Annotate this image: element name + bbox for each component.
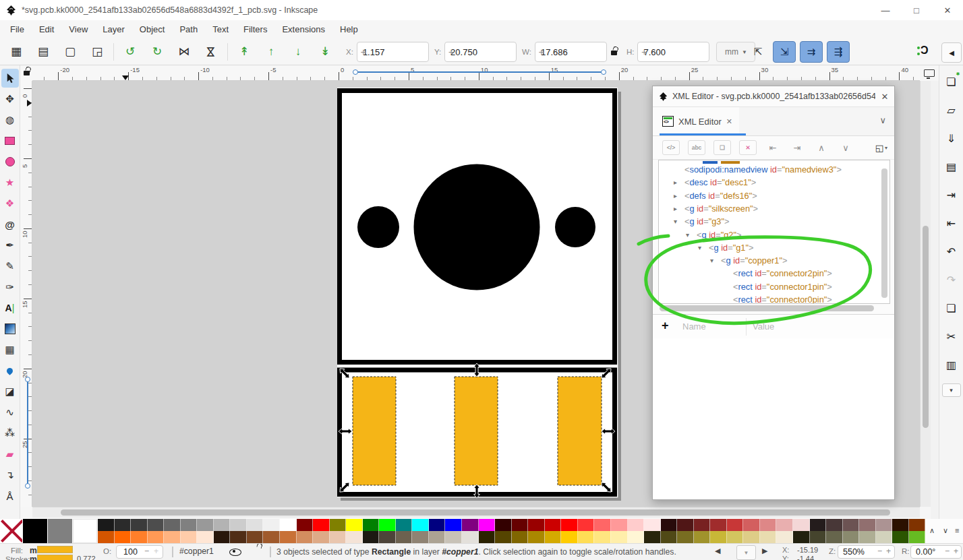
color-swatch[interactable] [412,531,429,543]
color-swatch[interactable] [578,519,595,531]
star-tool[interactable]: ★ [1,173,19,192]
color-swatch[interactable] [247,531,264,543]
y-field[interactable]: 20.750−+ [444,42,517,62]
undo-button[interactable]: ↶ [942,242,961,261]
xml-node-connector2pin[interactable]: <rect id="connector2pin"> [659,267,889,280]
color-swatch[interactable] [528,519,545,531]
ellipse-tool[interactable] [1,152,19,171]
color-swatch[interactable] [892,531,909,543]
palette-scroll-up-icon[interactable]: ∧ [929,526,935,535]
menu-view[interactable]: View [61,20,95,38]
color-swatch[interactable] [727,531,744,543]
color-swatch[interactable] [727,519,744,531]
collapse-arrow-icon[interactable]: ▾ [710,254,713,267]
color-swatch[interactable] [628,519,645,531]
open-document-button[interactable]: ▱ [942,100,961,119]
color-swatch[interactable] [280,531,297,543]
expand-arrow-icon[interactable]: ▸ [674,176,677,189]
vscrollbar-thumb[interactable] [923,226,929,428]
expand-arrow-icon[interactable]: ▸ [674,189,677,202]
flip-vertical-button[interactable]: ⋈ [201,42,221,62]
hscrollbar-thumb[interactable] [61,509,890,516]
delete-node-button[interactable]: ✕ [739,140,757,155]
export-button[interactable]: ⇤ [942,214,961,232]
selection-box-button[interactable]: ◲ [87,42,107,62]
color-swatch[interactable] [462,531,479,543]
color-swatch[interactable] [611,519,628,531]
color-swatch[interactable] [710,519,727,531]
color-swatch[interactable] [445,531,462,543]
color-swatch[interactable] [197,519,214,531]
lock-ratio-icon[interactable] [611,46,617,58]
color-swatch[interactable] [578,531,595,543]
panel-arrow-button[interactable]: ▾ [942,383,961,397]
pen-tool[interactable]: ✒ [1,236,19,255]
tab-xml-editor[interactable]: XML Editor ✕ [653,107,739,135]
add-attribute-button[interactable]: + [662,319,669,333]
color-swatch[interactable] [98,531,115,543]
connector-tool[interactable]: ↴ [1,466,19,485]
color-swatch[interactable] [677,531,694,543]
menu-help[interactable]: Help [332,20,366,38]
lower-button[interactable]: ↓ [288,42,308,62]
color-swatch[interactable] [115,519,132,531]
new-element-node-button[interactable]: </> [662,140,680,155]
xml-node-g2[interactable]: ▾<g id="g2"> [659,228,889,241]
color-swatch[interactable] [611,531,628,543]
plus-icon[interactable]: + [535,46,548,57]
display-mode-corner[interactable] [920,65,939,81]
xml-tree-hscrollbar[interactable] [658,305,890,313]
w-field[interactable]: 17.686−+ [535,42,607,62]
close-icon[interactable]: ✕ [875,92,894,102]
prev-status-icon[interactable]: ◀ [715,547,720,555]
rectangle-tool[interactable] [1,131,19,150]
color-swatch[interactable] [181,519,198,531]
spray-tool[interactable]: ⁂ [1,424,19,443]
collapse-arrow-icon[interactable]: ▾ [698,241,701,254]
lower-to-bottom-button[interactable]: ↡ [315,42,335,62]
collapse-arrow-icon[interactable]: ▾ [686,228,689,241]
x-field[interactable]: 1.157−+ [357,42,429,62]
xml-hscrollbar-thumb[interactable] [660,305,874,311]
text-tool[interactable]: A| [1,299,19,317]
color-swatch[interactable] [363,519,380,531]
color-swatch[interactable] [247,519,264,531]
color-swatch[interactable] [131,519,148,531]
color-swatch[interactable] [561,519,578,531]
import-button[interactable]: ⇥ [942,185,961,204]
rotation-spinner[interactable]: 0.00° − + [910,545,962,559]
drill-hole-center[interactable] [414,164,540,290]
raise-to-top-button[interactable]: ↟ [234,42,254,62]
spiral-tool[interactable]: @ [1,215,19,234]
color-swatch[interactable] [297,531,314,543]
large-color-swatch[interactable] [73,519,97,543]
large-color-swatch[interactable] [23,519,47,543]
color-swatch[interactable] [909,531,926,543]
color-swatch[interactable] [594,531,611,543]
layer-visibility-eye-icon[interactable] [229,549,241,556]
color-swatch[interactable] [164,531,181,543]
scale-stroke-toggle[interactable]: ⇱ [747,42,769,62]
color-swatch[interactable] [694,531,711,543]
color-swatch[interactable] [313,519,330,531]
color-swatch[interactable] [760,519,777,531]
color-swatch[interactable] [429,531,446,543]
color-swatch[interactable] [826,531,843,543]
opacity-spinner[interactable]: 100 − + [116,545,163,559]
color-swatch[interactable] [545,531,562,543]
color-swatch[interactable] [594,519,611,531]
rotation-plus-icon[interactable]: + [954,547,958,556]
indent-node-button[interactable]: ⇥ [789,141,805,154]
color-swatch[interactable] [876,531,893,543]
xml-node-connector1pin[interactable]: <rect id="connector1pin"> [659,280,889,293]
unindent-node-button[interactable]: ⇤ [765,141,781,154]
color-swatch[interactable] [810,519,827,531]
color-swatch[interactable] [843,531,860,543]
duplicate-button[interactable]: ❏ [942,299,961,317]
shape-builder-tool[interactable]: ◍ [1,111,19,129]
flip-horizontal-button[interactable]: ⋈ [174,42,194,62]
color-swatch[interactable] [230,519,247,531]
color-swatch[interactable] [512,531,529,543]
color-swatch[interactable] [263,519,280,531]
rotation-value[interactable]: 0.00° [916,547,935,557]
